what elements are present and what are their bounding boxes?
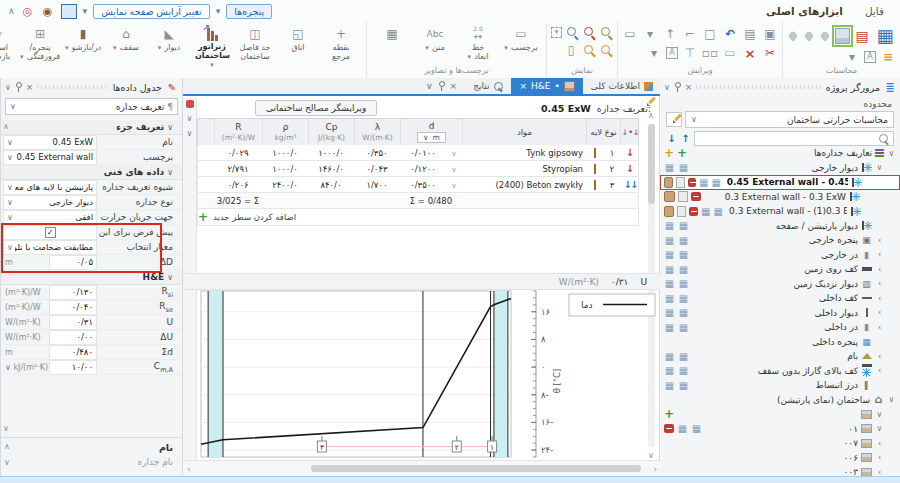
grid-icon[interactable]: ▦ [699, 177, 708, 188]
property-row[interactable]: شیوه تعریف جداره∨پارتیشن با لایه های معی [1, 180, 183, 195]
ribbon-item[interactable]: 2.0↔خط ابعاد ▾ [457, 24, 499, 62]
property-row[interactable]: معیار انتخاب∨مطابقت ضخامت با تلو [1, 240, 183, 255]
property-value[interactable]: ۰/۳۱ [49, 315, 97, 330]
unit-dropdown[interactable]: ∨m [417, 132, 446, 143]
column-header[interactable]: λW/(m·K) [354, 119, 400, 145]
pin-icon[interactable] [15, 82, 22, 92]
scroll-left-icon[interactable]: ‹ [187, 464, 191, 474]
chevron-down-icon[interactable]: ∨ [5, 83, 11, 92]
material-dropdown[interactable]: ∨ [446, 148, 462, 158]
grid-big-icon[interactable]: ▦ [874, 26, 896, 46]
grid-icon[interactable]: ▦ [678, 278, 689, 289]
tree-item[interactable]: ‹▥دیوار نزدیک زمین▦▦ [660, 277, 900, 292]
close-icon[interactable]: × [685, 82, 693, 92]
move-down-icon[interactable]: ↓ [666, 133, 677, 144]
dotted-box-icon[interactable]: ▾ [551, 27, 562, 38]
expander-closed-icon[interactable]: ‹ [875, 439, 884, 448]
column-header[interactable] [198, 119, 214, 145]
chevron-down-icon[interactable]: ∨ [664, 83, 670, 92]
grid-icon[interactable]: ▦ [664, 264, 675, 275]
ruler-h-icon[interactable]: ▭ [622, 26, 638, 42]
chevron-down-icon[interactable]: ∨ [187, 129, 193, 138]
expander-open-icon[interactable]: ∨ [875, 410, 884, 419]
screen-layout-button[interactable]: تغییر آرایش صفحه نمایش [93, 4, 210, 19]
table-row[interactable]: ۲/۷۹۱۱۰۰۰/۰۱۴۶۰/۰۰/۰۴۳۰/۱۲۰۰∨Styropian۲↓ [197, 161, 639, 177]
checkbox-checked-icon[interactable]: ✓ [45, 227, 56, 238]
property-value[interactable]: ۰/۰۴۰ [49, 300, 97, 315]
people-icon[interactable]: ▫▫ [702, 45, 718, 61]
grid-icon[interactable]: ▦ [677, 423, 688, 434]
tree-item[interactable]: ‹کف داخلی▦▦ [660, 291, 900, 306]
tree-item[interactable]: ∨تعاریف جداره‌ها++ [660, 146, 900, 161]
expander-open-icon[interactable]: ∨ [887, 149, 896, 158]
tree-item[interactable]: ∨⌂ساختمان (نمای پارتیشن) [660, 393, 900, 408]
tree-item[interactable]: ∨دیوار خارجی▦▦ [660, 161, 900, 176]
expander-open-icon[interactable]: ∨ [875, 163, 884, 172]
remove-icon[interactable] [691, 192, 701, 201]
close-icon[interactable]: × [26, 82, 34, 92]
scroll-up-icon[interactable]: ∧ [648, 111, 654, 120]
grid-icon[interactable]: ▦ [664, 220, 675, 231]
copy-icon[interactable]: ▣ [762, 26, 778, 42]
tab-document[interactable]: اطلاعات کلی [583, 78, 661, 94]
tree-item[interactable]: ‖درز انبساط▦▦ [660, 378, 900, 393]
property-value[interactable]: ۰/۰۵ [49, 255, 97, 270]
expander-open-icon[interactable]: ∨ [887, 395, 896, 404]
grid-icon[interactable]: ▦ [678, 264, 689, 275]
ribbon-item[interactable]: ◣دیوار ▾ [148, 24, 190, 53]
ribbon-item[interactable]: ◫حد فاصل ساختمان [234, 24, 276, 62]
add-yellow-icon[interactable]: + [664, 146, 674, 160]
scroll-down-icon[interactable]: ∨ [3, 424, 9, 433]
building-icon[interactable] [835, 28, 850, 44]
mag-orange-icon[interactable] [583, 44, 596, 57]
document-icon[interactable] [678, 191, 688, 202]
grid-icon[interactable]: ▦ [664, 278, 675, 289]
grid-icon[interactable]: ▦ [664, 351, 675, 362]
drag-handle[interactable] [696, 85, 821, 89]
tree-item[interactable]: دیوار پارتیشن / صفحه▦▦ [660, 219, 900, 234]
material-dropdown[interactable]: ∨ [446, 164, 462, 174]
property-row[interactable]: Rse۰/۰۴۰(m²·K)/W [1, 300, 183, 315]
expander-closed-icon[interactable]: ‹ [875, 323, 884, 332]
property-row[interactable]: Rsi۰/۱۳۰(m²·K)/W [1, 285, 183, 300]
paste-icon[interactable]: ▤ [742, 26, 758, 42]
property-row[interactable]: ΔU۰/۰۰W/(m²·K) [1, 330, 183, 345]
add-row-button[interactable]: +اضافه کردن سطر جدید [197, 209, 639, 226]
grid-icon[interactable]: ▦ [664, 162, 675, 173]
tree-item[interactable]: ‹۰۰۶ [660, 451, 900, 466]
abox-icon[interactable]: A [666, 47, 678, 59]
grid-icon[interactable]: ▦ [678, 307, 689, 318]
bracket-icon[interactable]: ⌐ [682, 26, 698, 42]
scroll-right-icon[interactable]: › [653, 464, 657, 474]
property-row[interactable]: پیش فرض برای این نوع✓ [1, 225, 183, 240]
caret-icon[interactable]: ▾ [844, 49, 860, 65]
tree-item[interactable]: ‹▣پنجره خارجی▦▦ [660, 233, 900, 248]
remove-icon[interactable] [664, 424, 674, 433]
section-header[interactable]: ∨داده های فنی [1, 165, 183, 180]
add-icon[interactable]: + [664, 407, 674, 421]
abox-icon[interactable]: A [864, 51, 876, 63]
expander-closed-icon[interactable]: ‹ [875, 366, 884, 375]
tab-document[interactable]: نتایج [465, 78, 511, 94]
tree-filter-input[interactable] [694, 131, 894, 146]
tree-item[interactable]: ▦پنجره داخلی [660, 335, 900, 350]
tree-item[interactable]: ‹کف بالای گاراژ بدون سقف▦▦ [660, 364, 900, 379]
property-row[interactable]: Cm,A۱۰/۰۰∨ kJ/(m²·K) [1, 360, 183, 375]
undo-icon[interactable]: ↶ [722, 26, 738, 42]
grid-icon[interactable]: ▦ [678, 380, 689, 391]
drag-handle[interactable] [37, 85, 108, 89]
column-header[interactable]: CpJ/(kg·K) [308, 119, 354, 145]
ribbon-item[interactable]: ↗ژنراتور ساختمان ▾ [191, 24, 233, 70]
favorite-icon[interactable] [664, 206, 674, 217]
property-row[interactable]: نوع جداره∨دیوار خارجی [1, 195, 183, 210]
tree-item[interactable]: ‹۰۰۷ [660, 436, 900, 451]
tree-item[interactable]: 0.3 External wall - 0.3 ExW [660, 190, 900, 205]
add-icon[interactable]: + [677, 146, 687, 160]
document-icon[interactable] [676, 177, 685, 188]
tree-item[interactable]: ‹کف روی زمین▦▦ [660, 262, 900, 277]
grid-icon[interactable]: ▦ [664, 293, 675, 304]
column-header[interactable]: ↓•↓ [620, 119, 640, 145]
windows-menu-button[interactable]: پنجره‌ها [226, 4, 272, 19]
close-icon[interactable]: × [450, 81, 458, 91]
scrollbar-thumb[interactable] [311, 465, 641, 472]
